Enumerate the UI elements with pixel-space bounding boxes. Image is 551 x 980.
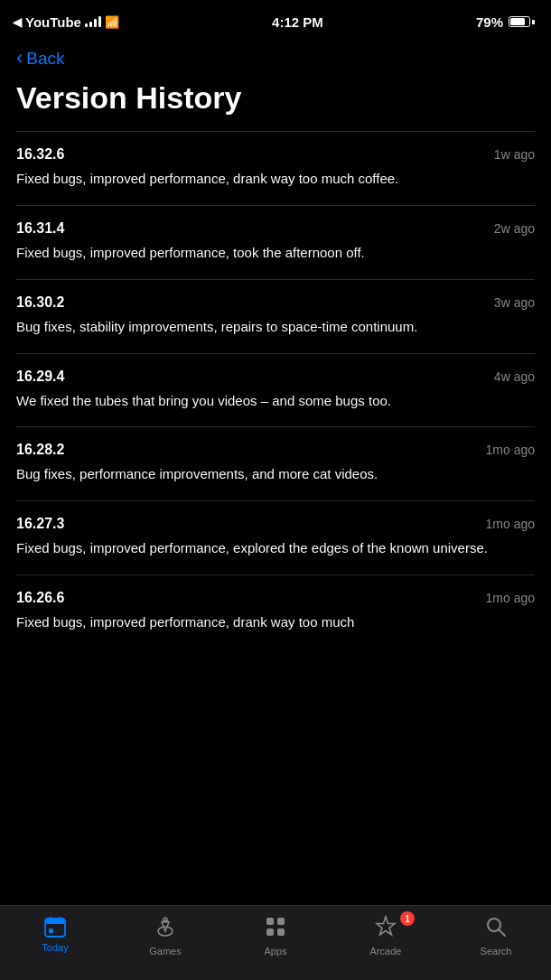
version-item: 16.27.3 1mo ago Fixed bugs, improved per… bbox=[16, 500, 535, 574]
version-notes: Fixed bugs, improved performance, drank … bbox=[16, 169, 535, 189]
tab-item-arcade[interactable]: Arcade1 bbox=[341, 915, 431, 957]
svg-point-6 bbox=[163, 918, 167, 921]
version-list: 16.32.6 1w ago Fixed bugs, improved perf… bbox=[0, 131, 551, 631]
version-item: 16.29.4 4w ago We fixed the tubes that b… bbox=[16, 353, 535, 427]
svg-rect-2 bbox=[50, 917, 52, 921]
version-notes: Fixed bugs, improved performance, drank … bbox=[16, 612, 535, 632]
arcade-tab-label: Arcade bbox=[370, 946, 402, 957]
back-chevron-icon: ‹ bbox=[16, 48, 23, 68]
version-item: 16.31.4 2w ago Fixed bugs, improved perf… bbox=[16, 205, 535, 279]
version-age: 3w ago bbox=[494, 295, 535, 310]
signal-bars bbox=[85, 16, 101, 27]
apps-tab-label: Apps bbox=[264, 946, 286, 957]
status-bar: ◀ YouTube 📶 4:12 PM 79% bbox=[0, 0, 551, 40]
version-item: 16.28.2 1mo ago Bug fixes, performance i… bbox=[16, 426, 535, 500]
version-number: 16.27.3 bbox=[16, 516, 64, 532]
back-button[interactable]: ‹ Back bbox=[0, 40, 551, 76]
version-notes: Fixed bugs, improved performance, explor… bbox=[16, 538, 535, 558]
version-number: 16.26.6 bbox=[16, 590, 64, 606]
games-tab-label: Games bbox=[149, 946, 181, 957]
svg-line-13 bbox=[500, 930, 506, 937]
status-right: 79% bbox=[476, 14, 535, 30]
battery-percent: 79% bbox=[476, 14, 503, 30]
arcade-tab-icon bbox=[374, 915, 397, 942]
games-tab-icon bbox=[154, 915, 177, 942]
version-header: 16.29.4 4w ago bbox=[16, 369, 535, 385]
svg-rect-11 bbox=[277, 929, 285, 936]
back-label: Back bbox=[26, 49, 64, 69]
today-tab-icon bbox=[43, 915, 67, 938]
version-notes: Fixed bugs, improved performance, took t… bbox=[16, 243, 535, 263]
version-number: 16.28.2 bbox=[16, 442, 64, 458]
tab-item-today[interactable]: Today bbox=[10, 915, 100, 953]
version-header: 16.26.6 1mo ago bbox=[16, 590, 535, 606]
tab-item-apps[interactable]: Apps bbox=[230, 915, 321, 957]
version-number: 16.30.2 bbox=[16, 294, 64, 311]
version-age: 1w ago bbox=[494, 147, 535, 162]
version-item: 16.32.6 1w ago Fixed bugs, improved perf… bbox=[16, 131, 535, 205]
status-app-name: ◀ YouTube 📶 bbox=[13, 14, 119, 30]
svg-rect-8 bbox=[266, 918, 274, 925]
version-header: 16.27.3 1mo ago bbox=[16, 516, 535, 532]
version-age: 2w ago bbox=[494, 221, 535, 236]
battery-icon bbox=[509, 16, 535, 27]
version-notes: Bug fixes, stability improvements, repai… bbox=[16, 317, 535, 337]
version-item: 16.26.6 1mo ago Fixed bugs, improved per… bbox=[16, 574, 535, 632]
version-header: 16.32.6 1w ago bbox=[16, 146, 535, 163]
version-age: 1mo ago bbox=[486, 517, 535, 531]
version-number: 16.29.4 bbox=[16, 369, 64, 385]
version-header: 16.31.4 2w ago bbox=[16, 220, 535, 237]
svg-rect-9 bbox=[277, 918, 285, 925]
tab-bar: Today Games Apps Arcade1 Search bbox=[0, 905, 551, 980]
wifi-icon: 📶 bbox=[105, 15, 119, 29]
version-age: 4w ago bbox=[494, 369, 535, 384]
version-header: 16.30.2 3w ago bbox=[16, 294, 535, 311]
svg-rect-1 bbox=[45, 919, 65, 924]
version-notes: We fixed the tubes that bring you videos… bbox=[16, 391, 535, 411]
version-age: 1mo ago bbox=[486, 443, 535, 457]
back-arrow-tiny: ◀ bbox=[13, 15, 22, 29]
arcade-badge: 1 bbox=[400, 911, 415, 926]
apps-tab-icon bbox=[264, 915, 287, 942]
version-number: 16.32.6 bbox=[16, 146, 64, 163]
svg-rect-10 bbox=[266, 929, 274, 936]
today-tab-label: Today bbox=[42, 942, 68, 953]
version-item: 16.30.2 3w ago Bug fixes, stability impr… bbox=[16, 279, 535, 353]
version-header: 16.28.2 1mo ago bbox=[16, 442, 535, 458]
version-age: 1mo ago bbox=[486, 591, 535, 605]
version-number: 16.31.4 bbox=[16, 220, 64, 237]
status-time: 4:12 PM bbox=[272, 14, 323, 30]
version-notes: Bug fixes, performance improvements, and… bbox=[16, 464, 535, 484]
svg-rect-4 bbox=[49, 929, 53, 933]
search-tab-label: Search bbox=[481, 946, 512, 957]
search-tab-icon bbox=[484, 915, 508, 942]
svg-rect-3 bbox=[59, 917, 61, 921]
tab-item-games[interactable]: Games bbox=[120, 915, 210, 957]
tab-item-search[interactable]: Search bbox=[451, 915, 541, 957]
page-title: Version History bbox=[0, 76, 551, 131]
